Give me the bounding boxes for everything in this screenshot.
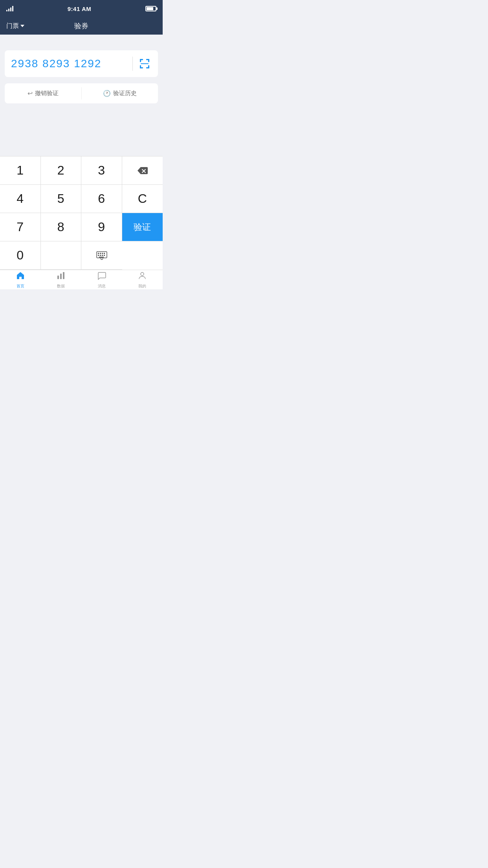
key-1[interactable]: 1 <box>0 156 41 185</box>
svg-rect-12 <box>98 253 99 254</box>
svg-rect-13 <box>100 253 101 254</box>
nav-bar: 门票 验券 <box>0 17 163 35</box>
svg-rect-19 <box>104 255 105 256</box>
undo-icon: ↩ <box>28 90 33 97</box>
spacer-top <box>0 35 163 50</box>
tab-home-label: 首页 <box>17 283 24 289</box>
nav-title: 验券 <box>74 21 88 31</box>
key-empty <box>41 241 82 270</box>
nav-left-menu[interactable]: 门票 <box>6 22 24 30</box>
key-clear[interactable]: C <box>122 185 163 213</box>
svg-rect-8 <box>141 63 149 64</box>
bar-chart-icon <box>56 271 66 283</box>
key-8[interactable]: 8 <box>41 213 82 241</box>
key-5[interactable]: 5 <box>41 185 82 213</box>
cancel-verify-button[interactable]: ↩ 撤销验证 <box>5 83 81 103</box>
svg-rect-17 <box>100 255 101 256</box>
vertical-divider <box>132 57 133 71</box>
svg-rect-16 <box>98 255 99 256</box>
svg-rect-20 <box>99 257 104 257</box>
content-area: 2938 8293 1292 ↩ 撤销验证 🕐 验证 <box>0 35 163 270</box>
status-time: 9:41 AM <box>68 6 91 12</box>
key-7[interactable]: 7 <box>0 213 41 241</box>
key-6[interactable]: 6 <box>81 185 122 213</box>
ticket-input-card[interactable]: 2938 8293 1292 <box>5 50 158 77</box>
key-3[interactable]: 3 <box>81 156 122 185</box>
svg-rect-21 <box>57 276 59 279</box>
key-2[interactable]: 2 <box>41 156 82 185</box>
keyboard-area: 1 2 3 4 5 6 C 7 8 9 验证 0 <box>0 156 163 270</box>
svg-rect-18 <box>102 255 103 256</box>
action-row: ↩ 撤销验证 🕐 验证历史 <box>5 83 158 103</box>
scan-icon[interactable] <box>138 57 152 71</box>
verify-label: 验证 <box>134 221 151 233</box>
key-0[interactable]: 0 <box>0 241 41 270</box>
svg-rect-3 <box>148 59 149 62</box>
verify-history-button[interactable]: 🕐 验证历史 <box>82 83 158 103</box>
key-4[interactable]: 4 <box>0 185 41 213</box>
svg-rect-22 <box>60 274 62 279</box>
svg-rect-14 <box>102 253 103 254</box>
status-left <box>6 6 13 11</box>
svg-rect-5 <box>140 65 141 68</box>
profile-icon <box>138 271 147 283</box>
nav-left-label: 门票 <box>6 22 19 30</box>
key-verify[interactable]: 验证 <box>122 213 163 241</box>
clock-icon: 🕐 <box>103 90 111 97</box>
svg-point-24 <box>141 272 144 276</box>
spacer-mid <box>0 103 163 156</box>
tab-data-label: 数据 <box>57 283 65 289</box>
svg-rect-23 <box>63 272 64 279</box>
tab-data[interactable]: 数据 <box>41 270 82 289</box>
status-bar: 9:41 AM <box>0 0 163 17</box>
key-backspace[interactable] <box>122 156 163 185</box>
home-icon <box>16 271 25 283</box>
tab-profile[interactable]: 我的 <box>122 270 163 289</box>
message-icon <box>97 271 106 283</box>
tab-message[interactable]: 消息 <box>81 270 122 289</box>
svg-rect-15 <box>104 253 105 254</box>
battery-icon <box>145 6 156 11</box>
chevron-down-icon <box>20 25 24 27</box>
tab-bar: 首页 数据 消息 我的 <box>0 270 163 289</box>
tab-profile-label: 我的 <box>138 283 146 289</box>
verify-history-label: 验证历史 <box>113 90 137 97</box>
keyboard-grid: 1 2 3 4 5 6 C 7 8 9 验证 0 <box>0 156 163 270</box>
svg-rect-7 <box>148 65 149 68</box>
tab-message-label: 消息 <box>98 283 106 289</box>
key-9[interactable]: 9 <box>81 213 122 241</box>
key-keyboard[interactable] <box>81 241 122 270</box>
cancel-verify-label: 撤销验证 <box>35 90 59 97</box>
signal-icon <box>6 6 13 11</box>
tab-home[interactable]: 首页 <box>0 270 41 289</box>
ticket-number-display: 2938 8293 1292 <box>11 57 128 70</box>
svg-rect-1 <box>140 59 141 62</box>
